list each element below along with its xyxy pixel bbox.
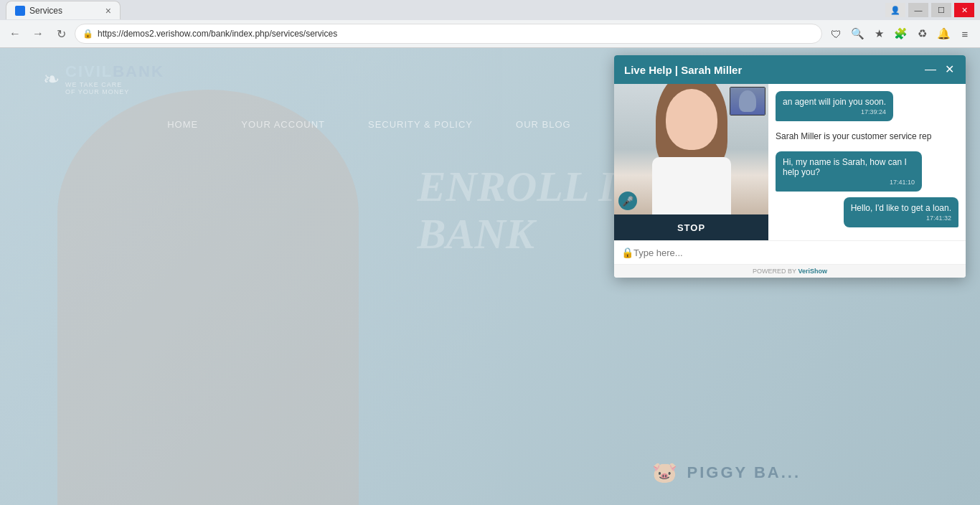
- nav-item-security[interactable]: SECURITY & POLICY: [368, 119, 473, 130]
- woman-face-skin: [666, 89, 717, 150]
- microphone-button[interactable]: 🎤: [618, 192, 637, 210]
- forward-button[interactable]: →: [29, 24, 47, 43]
- bank-logo: ❧ CIVILBANK WE TAKE CARE OF YOUR MONEY: [43, 62, 164, 95]
- profile-button[interactable]: 👤: [885, 3, 905, 17]
- tab-favicon: [15, 6, 25, 16]
- chat-header: Live Help | Sarah Miller — ✕: [614, 55, 966, 84]
- address-bar[interactable]: 🔒 https://demos2.verishow.com/bank/index…: [75, 24, 822, 44]
- chat-widget: Live Help | Sarah Miller — ✕: [614, 55, 966, 278]
- logo-tagline: WE TAKE CARE OF YOUR MONEY: [65, 81, 164, 95]
- logo-civil: CIVIL: [65, 62, 113, 80]
- address-bar-row: ← → ↻ 🔒 https://demos2.verishow.com/bank…: [0, 20, 980, 47]
- tagline-line2: OF YOUR MONEY: [65, 88, 129, 95]
- message-text: Hello, I'd like to get a loan.: [851, 203, 951, 213]
- message-time: 17:39:24: [783, 108, 886, 115]
- powered-by-text: POWERED BY: [753, 268, 798, 275]
- extensions-icon[interactable]: 🧩: [891, 24, 910, 43]
- message-system-rep: Sarah Miller is your customer service re…: [776, 127, 958, 146]
- message-time: 17:41:10: [783, 179, 915, 186]
- recycle-icon[interactable]: ♻: [913, 24, 931, 43]
- nav-item-home[interactable]: HOME: [167, 119, 198, 130]
- stop-button[interactable]: STOP: [614, 214, 768, 240]
- tab-label: Services: [29, 6, 101, 16]
- woman-video-figure: [641, 84, 742, 214]
- message-agent-join: an agent will join you soon. 17:39:24: [776, 91, 893, 121]
- message-user-loan: Hello, I'd like to get a loan. 17:41:32: [844, 197, 958, 227]
- verishow-brand: VeriShow: [798, 268, 827, 275]
- refresh-button[interactable]: ↻: [52, 24, 70, 43]
- chat-lock-icon: 🔒: [621, 247, 633, 258]
- browser-chrome: Services × 👤 — ☐ ✕ ← → ↻ 🔒 https://demos…: [0, 0, 980, 48]
- browser-tab[interactable]: Services ×: [6, 1, 121, 19]
- bookmark-icon[interactable]: ★: [870, 24, 888, 43]
- video-panel: 🎤 STOP: [614, 84, 768, 240]
- chat-messages: an agent will join you soon. 17:39:24 Sa…: [768, 84, 966, 240]
- mic-icon: 🎤: [622, 196, 633, 207]
- page-content: ❧ CIVILBANK WE TAKE CARE OF YOUR MONEY L…: [0, 48, 980, 505]
- tagline-line1: WE TAKE CARE: [65, 81, 122, 88]
- shield-icon[interactable]: 🛡: [826, 24, 845, 43]
- minimize-button[interactable]: —: [908, 3, 928, 17]
- system-message-text: Sarah Miller is your customer service re…: [776, 131, 931, 141]
- piggy-icon: 🐷: [652, 461, 679, 484]
- chat-controls: — ✕: [923, 62, 956, 77]
- title-bar: Services × 👤 — ☐ ✕: [0, 0, 980, 20]
- window-controls: 👤 — ☐ ✕: [885, 3, 974, 17]
- logo-wing-icon: ❧: [43, 67, 60, 91]
- logo-name: CIVILBANK: [65, 62, 164, 81]
- chat-close-button[interactable]: ✕: [943, 62, 956, 77]
- back-button[interactable]: ←: [6, 24, 24, 43]
- message-agent-greeting: Hi, my name is Sarah, how can I help you…: [776, 151, 922, 192]
- piggy-bank-section: 🐷 PIGGY BA...: [652, 461, 801, 484]
- menu-icon[interactable]: ≡: [956, 24, 974, 43]
- video-area: 🎤: [614, 84, 768, 214]
- chat-footer: POWERED BY VeriShow: [614, 264, 966, 278]
- notification-icon[interactable]: 🔔: [934, 24, 953, 43]
- chat-title: Live Help | Sarah Miller: [624, 64, 742, 76]
- message-time: 17:41:32: [851, 214, 951, 222]
- chat-input-area: 🔒: [614, 240, 966, 264]
- woman-body: [652, 157, 731, 214]
- maximize-button[interactable]: ☐: [931, 3, 951, 17]
- tab-close-icon[interactable]: ×: [105, 6, 111, 16]
- woman-figure: [57, 90, 359, 505]
- close-button[interactable]: ✕: [954, 3, 974, 17]
- nav-item-your-account[interactable]: YOUR ACCOUNT: [241, 119, 325, 130]
- browser-actions: 🛡 🔍 ★ 🧩 ♻ 🔔 ≡: [826, 24, 974, 43]
- message-text: Hi, my name is Sarah, how can I help you…: [783, 157, 915, 177]
- logo-text: CIVILBANK WE TAKE CARE OF YOUR MONEY: [65, 62, 164, 95]
- chat-body: 🎤 STOP an agent will join you soon. 17:3…: [614, 84, 966, 240]
- chat-minimize-button[interactable]: —: [923, 62, 938, 77]
- search-icon[interactable]: 🔍: [848, 24, 867, 43]
- chat-input[interactable]: [633, 247, 958, 258]
- nav-item-blog[interactable]: OUR BLOG: [516, 119, 571, 130]
- piggy-text: PIGGY BA...: [687, 463, 801, 482]
- url-text: https://demos2.verishow.com/bank/index.p…: [98, 29, 814, 39]
- message-text: an agent will join you soon.: [783, 97, 886, 107]
- logo-bank: BANK: [113, 62, 164, 80]
- lock-icon: 🔒: [83, 29, 93, 39]
